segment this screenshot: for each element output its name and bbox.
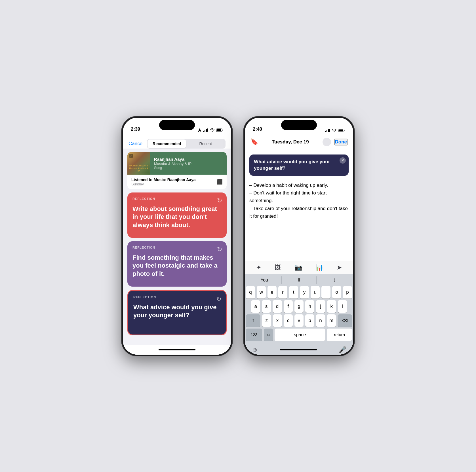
music-album-art: RAANJHAN AAYA Masaba Akshay & IP ♪: [127, 152, 150, 175]
key-e[interactable]: e: [268, 286, 277, 299]
refresh-icon-2[interactable]: ↻: [217, 246, 222, 253]
key-k[interactable]: k: [327, 300, 336, 313]
status-icons-2: [325, 129, 345, 132]
journal-body[interactable]: – Develop a habit of waking up early. – …: [245, 178, 353, 261]
bookmark-icon[interactable]: 🔖: [250, 138, 258, 146]
more-icon[interactable]: ···: [323, 138, 331, 146]
reflection-card-1[interactable]: REFLECTION Write about something great i…: [127, 192, 227, 238]
reflection-card-2[interactable]: REFLECTION Find something that makes you…: [127, 241, 227, 287]
key-b[interactable]: b: [305, 314, 314, 327]
music-card[interactable]: RAANJHAN AAYA Masaba Akshay & IP ♪ Raanj…: [127, 152, 227, 175]
phone1-content: Cancel Recommended Recent RAANJHAN AAYA …: [123, 134, 231, 355]
key-h[interactable]: h: [305, 300, 314, 313]
key-f[interactable]: f: [284, 300, 293, 313]
audio-icon[interactable]: 📊: [316, 264, 323, 271]
key-m[interactable]: m: [327, 314, 336, 327]
svg-rect-1: [205, 130, 205, 132]
music-type: Song: [154, 166, 191, 170]
suggestions-header: Cancel Recommended Recent: [123, 134, 231, 149]
music-title: Raanjhan Aaya: [154, 157, 191, 162]
svg-rect-3: [207, 128, 208, 132]
key-space[interactable]: space: [275, 329, 325, 341]
key-return[interactable]: return: [327, 329, 352, 341]
key-a[interactable]: a: [251, 300, 260, 313]
key-v[interactable]: v: [294, 314, 304, 327]
key-s[interactable]: s: [262, 300, 271, 313]
key-c[interactable]: c: [284, 314, 293, 327]
key-q[interactable]: q: [246, 286, 255, 299]
key-n[interactable]: n: [316, 314, 325, 327]
photo-icon[interactable]: 🖼: [275, 264, 281, 271]
keyboard: You If It q w e r t y u i o p: [245, 274, 353, 344]
suggestion-1[interactable]: You: [247, 276, 282, 284]
key-l[interactable]: l: [338, 300, 347, 313]
status-icons-1: [198, 128, 223, 132]
camera-icon[interactable]: 📷: [294, 264, 302, 271]
phone-1: 2:39: [122, 117, 232, 356]
music-note-icon: ♪: [129, 154, 133, 158]
ai-sparkle-icon[interactable]: ✦: [256, 264, 261, 271]
reflection-text-2: Find something that makes you feel nosta…: [132, 254, 222, 278]
journal-date: Tuesday, Dec 19: [272, 139, 309, 145]
key-x[interactable]: x: [273, 314, 282, 327]
emoji-icon[interactable]: ☺: [252, 346, 258, 354]
wifi-icon: [210, 128, 214, 132]
key-o[interactable]: o: [332, 286, 341, 299]
refresh-icon-3[interactable]: ↻: [216, 295, 221, 303]
music-section: RAANJHAN AAYA Masaba Akshay & IP ♪ Raanj…: [127, 152, 227, 189]
prompt-close-button[interactable]: ✕: [340, 157, 346, 164]
key-z[interactable]: z: [262, 314, 271, 327]
key-emoji[interactable]: ☺: [264, 329, 273, 341]
key-i[interactable]: i: [321, 286, 330, 299]
listened-sub: Sunday: [131, 182, 196, 186]
reflection-label-1: REFLECTION: [132, 197, 222, 200]
key-delete[interactable]: ⌫: [338, 314, 352, 327]
ellipsis-icon: ···: [325, 139, 328, 145]
listened-row: Listened to Music: Raanjhan Aaya Sunday …: [127, 175, 227, 189]
battery-icon: [216, 128, 223, 132]
tab-recommended[interactable]: Recommended: [148, 139, 186, 148]
edit-icon[interactable]: ⬛: [216, 179, 223, 185]
svg-rect-11: [339, 129, 343, 131]
svg-rect-8: [328, 129, 329, 132]
key-num[interactable]: 123: [246, 329, 262, 341]
key-shift[interactable]: ⇧: [246, 314, 260, 327]
reflection-label-3: REFLECTION: [133, 295, 221, 299]
music-artist: Masaba & Akshay & IP: [154, 162, 191, 166]
phone-2: 2:40: [244, 117, 354, 356]
reflection-card-3[interactable]: REFLECTION What advice would you give yo…: [127, 290, 227, 335]
prompt-box: What advice would you give your younger …: [249, 154, 349, 176]
key-row-3: ⇧ z x c v b n m ⌫: [246, 314, 352, 327]
refresh-icon-1[interactable]: ↻: [217, 197, 222, 204]
home-indicator-1: [159, 349, 195, 350]
key-u[interactable]: u: [311, 286, 320, 299]
toolbar-row: ✦ 🖼 📷 📊 ➤: [245, 261, 353, 274]
svg-rect-6: [325, 131, 326, 132]
mic-icon[interactable]: 🎤: [339, 346, 346, 354]
key-g[interactable]: g: [294, 300, 304, 313]
svg-rect-0: [203, 131, 204, 132]
keyboard-bottom-row: ☺ 🎤: [245, 344, 353, 355]
signal-icon-2: [325, 129, 330, 132]
reflection-label-2: REFLECTION: [132, 246, 222, 249]
header-actions: ··· Done: [323, 138, 348, 146]
tab-recent[interactable]: Recent: [186, 139, 225, 148]
key-t[interactable]: t: [289, 286, 298, 299]
key-w[interactable]: w: [257, 286, 266, 299]
signal-icon: [203, 128, 208, 132]
battery-icon-2: [338, 129, 345, 132]
music-info: Raanjhan Aaya Masaba & Akshay & IP Song: [150, 152, 195, 175]
key-d[interactable]: d: [273, 300, 282, 313]
send-icon[interactable]: ➤: [337, 264, 342, 271]
time-1: 2:39: [131, 126, 140, 132]
suggestion-3[interactable]: It: [317, 276, 351, 284]
key-r[interactable]: r: [278, 286, 287, 299]
suggestion-2[interactable]: If: [282, 276, 316, 284]
listened-title: Listened to Music: Raanjhan Aaya: [131, 177, 196, 182]
cancel-button[interactable]: Cancel: [129, 141, 144, 147]
key-j[interactable]: j: [316, 300, 325, 313]
key-y[interactable]: y: [300, 286, 309, 299]
segment-control: Recommended Recent: [147, 139, 226, 149]
key-p[interactable]: p: [343, 286, 352, 299]
done-button[interactable]: Done: [334, 139, 348, 145]
